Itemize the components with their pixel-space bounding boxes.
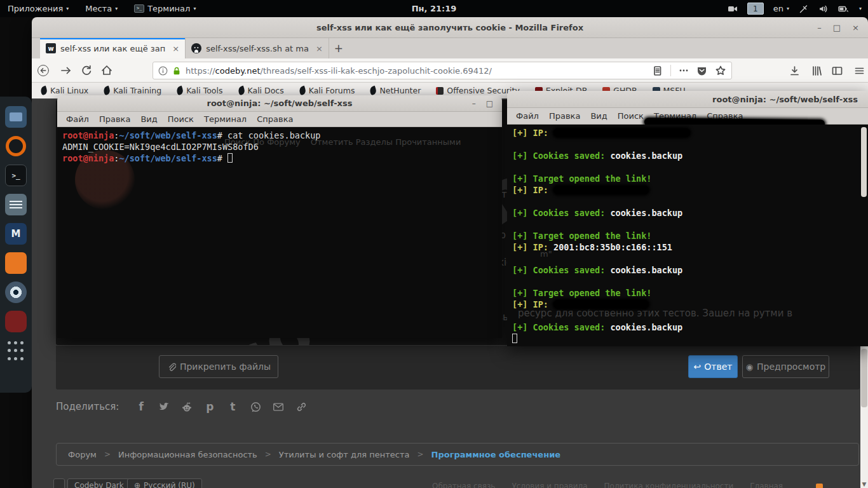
attach-files-button[interactable]: Прикрепить файлы (159, 355, 278, 378)
page-info-icon[interactable] (158, 66, 168, 76)
terminal-scrollbar-thumb[interactable] (861, 127, 867, 197)
page-scrollbar[interactable]: ▼ (860, 345, 868, 488)
close-button[interactable]: × (852, 23, 859, 32)
dock-item-firefox[interactable] (3, 132, 29, 160)
footer-link[interactable]: Главная (750, 482, 783, 488)
maximize-button[interactable]: □ (486, 99, 493, 108)
footer-collapse-button[interactable] (53, 478, 65, 488)
bookmark-kali-tools[interactable]: Kali Tools (177, 86, 222, 95)
minimize-button[interactable]: – (472, 99, 476, 108)
reply-button[interactable]: ↩Ответ (688, 355, 738, 378)
menu-item-Вид[interactable]: Вид (585, 111, 612, 121)
keyboard-layout-indicator[interactable]: en▾ (773, 4, 789, 13)
workspace-indicator[interactable]: 1 (747, 3, 764, 15)
url-text[interactable]: https://codeby.net/threads/self-xss-ili-… (186, 66, 648, 76)
menu-item-Файл[interactable]: Файл (511, 111, 544, 121)
battery-icon[interactable] (838, 4, 850, 14)
footer-link[interactable]: Обратная связь (432, 482, 495, 488)
bookmark-kali-linux[interactable]: Kali Linux (41, 86, 88, 95)
link-icon[interactable] (294, 400, 308, 413)
menu-item-Файл[interactable]: Файл (61, 114, 94, 124)
dock-item-text-editor[interactable] (3, 191, 29, 219)
scrollbar-down-arrow[interactable]: ▼ (860, 481, 868, 487)
hamburger-menu-icon[interactable] (853, 64, 865, 77)
tab-2[interactable]: self-xss/self-xss.sh at ma× (186, 38, 329, 58)
terminal-text-segment: [+] Target opened the link! (512, 231, 651, 241)
terminal-text-segment: [+] Cookies saved: (512, 265, 610, 275)
terminal-line (512, 334, 863, 345)
sidebar-icon[interactable] (831, 64, 843, 77)
tab-close-icon[interactable]: × (172, 44, 179, 53)
breadcrumb-item[interactable]: Информационная безопасность (118, 450, 257, 459)
scrollbar-thumb[interactable] (861, 349, 867, 407)
dock-item-burpsuite[interactable] (3, 249, 29, 277)
pocket-icon[interactable] (696, 65, 707, 76)
terminal-line: [+] IP: 2001:bc8:35b0:c166::151 (512, 242, 863, 254)
tumblr-icon[interactable]: t (226, 400, 240, 413)
rss-icon[interactable] (816, 484, 823, 488)
forward-button[interactable] (60, 64, 72, 77)
system-menu-caret[interactable]: ▾ (859, 6, 862, 11)
redacted-text (553, 128, 690, 137)
dock-item-file-manager[interactable] (3, 103, 29, 131)
tab-1[interactable]: wself-xss или как ещё зап× (40, 38, 186, 58)
menu-item-Вид[interactable]: Вид (135, 114, 162, 124)
dock-item-metasploit[interactable]: M (3, 220, 29, 248)
volume-icon[interactable] (818, 4, 829, 14)
terminal-text-segment: # (217, 153, 227, 163)
bookmark-kali-training[interactable]: Kali Training (104, 86, 161, 95)
url-bar[interactable]: https://codeby.net/threads/self-xss-ili-… (153, 62, 732, 79)
menu-item-Поиск[interactable]: Поиск (163, 114, 199, 124)
footer-link[interactable]: Политика конфиденциальности (604, 482, 734, 488)
screen-recorder-icon[interactable] (728, 4, 738, 14)
dock-item-eye-app[interactable] (3, 278, 29, 306)
menu-item-Справка[interactable]: Справка (252, 114, 298, 124)
email-icon[interactable] (271, 400, 285, 413)
bookmark-kali-forums[interactable]: Kali Forums (299, 86, 355, 95)
new-tab-button[interactable]: + (329, 38, 348, 58)
facebook-icon[interactable]: f (134, 400, 148, 413)
terminal-left-titlebar[interactable]: root@ninja: ~/soft/web/self-xss – □ (57, 95, 502, 112)
menu-item-Правка[interactable]: Правка (94, 114, 135, 124)
terminal-line: [+] Target opened the link! (512, 288, 863, 299)
reload-button[interactable] (80, 64, 93, 77)
chevron-down-icon: ▾ (787, 6, 789, 11)
tab-close-icon[interactable]: × (316, 44, 323, 53)
twitter-icon[interactable] (157, 400, 171, 413)
bookmark-kali-docs[interactable]: Kali Docs (238, 86, 284, 95)
reader-mode-icon[interactable] (652, 65, 663, 76)
library-icon[interactable] (810, 64, 822, 77)
back-button[interactable] (37, 64, 50, 77)
bookmark-nethunter[interactable]: NetHunter (370, 86, 421, 95)
breadcrumb-item[interactable]: Форум (68, 450, 97, 459)
pinterest-icon[interactable]: p (203, 400, 217, 413)
firefox-titlebar[interactable]: self-xss или как ещё заполучить cookie -… (32, 17, 868, 38)
menu-item-Правка[interactable]: Правка (544, 111, 585, 121)
dock-item-terminal[interactable]: >_ (3, 161, 29, 189)
bookmark-star-icon[interactable] (715, 65, 726, 76)
breadcrumb-item[interactable]: Программное обеспечение (431, 450, 560, 459)
dock-item-show-applications[interactable] (3, 337, 29, 365)
language-chooser-button[interactable]: ⊕ Русский (RU) (127, 478, 202, 488)
terminal-cursor (512, 334, 517, 343)
terminal-left-content[interactable]: Поиск По ФорумуОтметить Разделы Прочитан… (57, 127, 502, 338)
terminal-right-titlebar[interactable]: root@ninja: ~/soft/web/self-xss (507, 91, 868, 108)
menu-item-Поиск[interactable]: Поиск (613, 111, 649, 121)
terminal-line: [+] Cookies saved: cookies.backup (512, 151, 863, 162)
terminal-right-content[interactable]: m" ресурс для собственно этих тестов. За… (507, 125, 868, 346)
downloads-icon[interactable] (788, 64, 801, 77)
dock-item-beef[interactable] (3, 308, 29, 336)
lock-icon[interactable] (172, 66, 181, 76)
reddit-icon[interactable] (180, 400, 194, 413)
menu-item-Терминал[interactable]: Терминал (199, 114, 252, 124)
whatsapp-icon[interactable] (248, 400, 262, 413)
page-actions-icon[interactable] (679, 65, 689, 76)
maximize-button[interactable]: □ (833, 23, 841, 32)
minimize-button[interactable]: – (817, 23, 822, 32)
footer-link[interactable]: Условия и правила (512, 482, 587, 488)
breadcrumb-item[interactable]: Утилиты и софт для пентеста (279, 450, 410, 459)
style-chooser-button[interactable]: Codeby Dark (67, 478, 131, 488)
terminal-line: [+] IP: (512, 128, 863, 139)
preview-button[interactable]: ◉Предпросмотр (742, 355, 829, 378)
home-button[interactable] (100, 64, 113, 77)
